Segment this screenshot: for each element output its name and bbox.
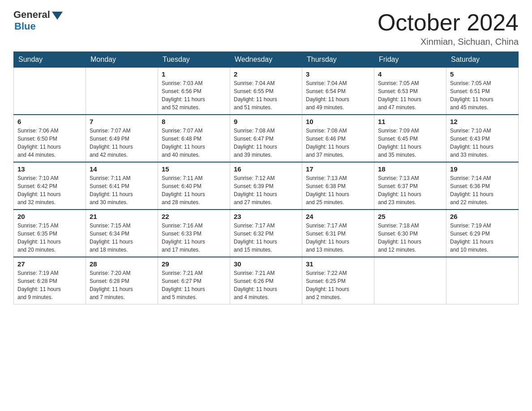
- calendar-cell: 19Sunrise: 7:14 AMSunset: 6:36 PMDayligh…: [446, 162, 519, 210]
- calendar-cell: 23Sunrise: 7:17 AMSunset: 6:32 PMDayligh…: [230, 210, 302, 257]
- day-info: Sunrise: 7:19 AMSunset: 6:28 PMDaylight:…: [17, 269, 82, 301]
- calendar-cell: 21Sunrise: 7:15 AMSunset: 6:34 PMDayligh…: [86, 210, 158, 257]
- logo-arrow-icon: [52, 12, 63, 20]
- calendar-cell: 3Sunrise: 7:04 AMSunset: 6:54 PMDaylight…: [302, 68, 374, 115]
- day-number: 1: [162, 70, 226, 78]
- day-number: 30: [234, 260, 298, 268]
- day-number: 24: [306, 213, 370, 220]
- calendar-cell: 6Sunrise: 7:06 AMSunset: 6:50 PMDaylight…: [14, 115, 86, 162]
- day-number: 18: [378, 165, 442, 173]
- day-number: 16: [234, 165, 298, 173]
- column-header-sunday: Sunday: [14, 52, 86, 68]
- column-header-friday: Friday: [374, 52, 446, 68]
- day-info: Sunrise: 7:07 AMSunset: 6:48 PMDaylight:…: [162, 127, 226, 159]
- day-number: 9: [234, 118, 298, 125]
- calendar-cell: 13Sunrise: 7:10 AMSunset: 6:42 PMDayligh…: [14, 162, 86, 210]
- calendar-cell: [446, 257, 519, 304]
- day-number: 12: [450, 118, 515, 125]
- day-number: 8: [162, 118, 226, 125]
- day-number: 29: [162, 260, 226, 268]
- day-info: Sunrise: 7:21 AMSunset: 6:26 PMDaylight:…: [234, 269, 298, 301]
- day-info: Sunrise: 7:15 AMSunset: 6:35 PMDaylight:…: [17, 222, 82, 254]
- column-header-thursday: Thursday: [302, 52, 374, 68]
- page-header: General Blue October 2024 Xinmian, Sichu…: [13, 9, 519, 47]
- column-header-tuesday: Tuesday: [158, 52, 230, 68]
- day-info: Sunrise: 7:15 AMSunset: 6:34 PMDaylight:…: [90, 222, 154, 254]
- day-number: 7: [90, 118, 154, 125]
- calendar-cell: [374, 257, 446, 304]
- logo-blue-text: Blue: [14, 21, 36, 32]
- day-info: Sunrise: 7:09 AMSunset: 6:45 PMDaylight:…: [378, 127, 442, 159]
- calendar-cell: 17Sunrise: 7:13 AMSunset: 6:38 PMDayligh…: [302, 162, 374, 210]
- calendar-cell: 27Sunrise: 7:19 AMSunset: 6:28 PMDayligh…: [14, 257, 86, 304]
- day-info: Sunrise: 7:05 AMSunset: 6:53 PMDaylight:…: [378, 79, 442, 111]
- calendar-cell: 12Sunrise: 7:10 AMSunset: 6:43 PMDayligh…: [446, 115, 519, 162]
- day-info: Sunrise: 7:11 AMSunset: 6:40 PMDaylight:…: [162, 174, 226, 206]
- day-number: 11: [378, 118, 442, 125]
- month-title: October 2024: [378, 9, 519, 36]
- day-number: 20: [17, 213, 82, 220]
- calendar-cell: 26Sunrise: 7:19 AMSunset: 6:29 PMDayligh…: [446, 210, 519, 257]
- logo-general-text: General: [13, 9, 50, 21]
- day-number: 4: [378, 70, 442, 78]
- calendar-cell: 4Sunrise: 7:05 AMSunset: 6:53 PMDaylight…: [374, 68, 446, 115]
- day-info: Sunrise: 7:22 AMSunset: 6:25 PMDaylight:…: [306, 269, 370, 301]
- calendar-week-row: 1Sunrise: 7:03 AMSunset: 6:56 PMDaylight…: [14, 68, 519, 115]
- calendar-cell: 20Sunrise: 7:15 AMSunset: 6:35 PMDayligh…: [14, 210, 86, 257]
- calendar-cell: 10Sunrise: 7:08 AMSunset: 6:46 PMDayligh…: [302, 115, 374, 162]
- column-header-wednesday: Wednesday: [230, 52, 302, 68]
- calendar-cell: 25Sunrise: 7:18 AMSunset: 6:30 PMDayligh…: [374, 210, 446, 257]
- day-number: 10: [306, 118, 370, 125]
- day-info: Sunrise: 7:08 AMSunset: 6:46 PMDaylight:…: [306, 127, 370, 159]
- day-info: Sunrise: 7:14 AMSunset: 6:36 PMDaylight:…: [450, 174, 515, 206]
- calendar-cell: 8Sunrise: 7:07 AMSunset: 6:48 PMDaylight…: [158, 115, 230, 162]
- day-info: Sunrise: 7:13 AMSunset: 6:38 PMDaylight:…: [306, 174, 370, 206]
- calendar-cell: 22Sunrise: 7:16 AMSunset: 6:33 PMDayligh…: [158, 210, 230, 257]
- day-info: Sunrise: 7:17 AMSunset: 6:32 PMDaylight:…: [234, 222, 298, 254]
- day-number: 25: [378, 213, 442, 220]
- day-number: 21: [90, 213, 154, 220]
- calendar-week-row: 20Sunrise: 7:15 AMSunset: 6:35 PMDayligh…: [14, 210, 519, 257]
- calendar-week-row: 6Sunrise: 7:06 AMSunset: 6:50 PMDaylight…: [14, 115, 519, 162]
- day-number: 13: [17, 165, 82, 173]
- day-info: Sunrise: 7:06 AMSunset: 6:50 PMDaylight:…: [17, 127, 82, 159]
- logo: General Blue: [13, 9, 63, 32]
- day-number: 2: [234, 70, 298, 78]
- day-number: 14: [90, 165, 154, 173]
- day-number: 28: [90, 260, 154, 268]
- calendar-cell: [86, 68, 158, 115]
- title-block: October 2024 Xinmian, Sichuan, China: [378, 9, 519, 47]
- day-number: 17: [306, 165, 370, 173]
- day-info: Sunrise: 7:13 AMSunset: 6:37 PMDaylight:…: [378, 174, 442, 206]
- day-info: Sunrise: 7:18 AMSunset: 6:30 PMDaylight:…: [378, 222, 442, 254]
- day-number: 5: [450, 70, 515, 78]
- calendar-cell: 24Sunrise: 7:17 AMSunset: 6:31 PMDayligh…: [302, 210, 374, 257]
- day-number: 31: [306, 260, 370, 268]
- calendar-cell: 14Sunrise: 7:11 AMSunset: 6:41 PMDayligh…: [86, 162, 158, 210]
- day-info: Sunrise: 7:12 AMSunset: 6:39 PMDaylight:…: [234, 174, 298, 206]
- calendar-table: SundayMondayTuesdayWednesdayThursdayFrid…: [13, 51, 519, 304]
- day-number: 15: [162, 165, 226, 173]
- calendar-cell: 5Sunrise: 7:05 AMSunset: 6:51 PMDaylight…: [446, 68, 519, 115]
- day-info: Sunrise: 7:07 AMSunset: 6:49 PMDaylight:…: [90, 127, 154, 159]
- day-info: Sunrise: 7:20 AMSunset: 6:28 PMDaylight:…: [90, 269, 154, 301]
- calendar-cell: 9Sunrise: 7:08 AMSunset: 6:47 PMDaylight…: [230, 115, 302, 162]
- day-info: Sunrise: 7:04 AMSunset: 6:54 PMDaylight:…: [306, 79, 370, 111]
- day-number: 19: [450, 165, 515, 173]
- day-number: 23: [234, 213, 298, 220]
- day-info: Sunrise: 7:21 AMSunset: 6:27 PMDaylight:…: [162, 269, 226, 301]
- calendar-cell: 18Sunrise: 7:13 AMSunset: 6:37 PMDayligh…: [374, 162, 446, 210]
- day-number: 22: [162, 213, 226, 220]
- calendar-cell: 16Sunrise: 7:12 AMSunset: 6:39 PMDayligh…: [230, 162, 302, 210]
- day-number: 26: [450, 213, 515, 220]
- calendar-cell: 11Sunrise: 7:09 AMSunset: 6:45 PMDayligh…: [374, 115, 446, 162]
- day-info: Sunrise: 7:04 AMSunset: 6:55 PMDaylight:…: [234, 79, 298, 111]
- day-number: 27: [17, 260, 82, 268]
- calendar-cell: 28Sunrise: 7:20 AMSunset: 6:28 PMDayligh…: [86, 257, 158, 304]
- calendar-cell: [14, 68, 86, 115]
- day-info: Sunrise: 7:10 AMSunset: 6:43 PMDaylight:…: [450, 127, 515, 159]
- calendar-header-row: SundayMondayTuesdayWednesdayThursdayFrid…: [14, 52, 519, 68]
- day-info: Sunrise: 7:03 AMSunset: 6:56 PMDaylight:…: [162, 79, 226, 111]
- calendar-cell: 29Sunrise: 7:21 AMSunset: 6:27 PMDayligh…: [158, 257, 230, 304]
- day-info: Sunrise: 7:17 AMSunset: 6:31 PMDaylight:…: [306, 222, 370, 254]
